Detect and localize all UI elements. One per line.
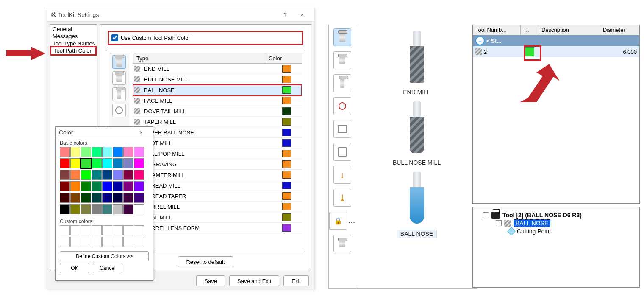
basic-color-swatch[interactable] — [81, 170, 91, 180]
row-color-swatch[interactable] — [282, 213, 291, 221]
custom-color-slot[interactable] — [134, 237, 144, 247]
preview-ball-nose-label[interactable]: BALL NOSE — [397, 230, 437, 238]
tool-type-row[interactable]: THREAD TAPER — [133, 191, 302, 202]
custom-color-slot[interactable] — [81, 237, 91, 247]
row-color-swatch[interactable] — [282, 139, 291, 147]
row-color-swatch[interactable] — [282, 97, 291, 104]
row-color-swatch[interactable] — [282, 76, 291, 83]
more-icon[interactable]: ... — [349, 218, 356, 224]
basic-color-swatch[interactable] — [70, 158, 80, 168]
basic-color-swatch[interactable] — [70, 193, 80, 203]
cancel-button[interactable]: Cancel — [93, 263, 122, 273]
reset-button[interactable]: Reset to default — [178, 256, 233, 267]
custom-color-slot[interactable] — [113, 237, 123, 247]
expander-icon[interactable]: − — [496, 220, 502, 226]
tool-type-row[interactable]: END MILL — [133, 64, 302, 74]
grid-row-tool-2[interactable]: 2 6.000 — [473, 46, 639, 57]
use-custom-color-row[interactable]: Use Custom Tool Path Color — [108, 31, 303, 45]
row-color-swatch[interactable] — [282, 160, 291, 168]
basic-color-swatch[interactable] — [113, 147, 123, 157]
tool-type-row[interactable]: BARREL LENS FORM — [133, 223, 302, 233]
col-description[interactable]: Description — [539, 25, 600, 35]
basic-color-swatch[interactable] — [134, 158, 144, 168]
basic-color-swatch[interactable] — [123, 170, 133, 180]
basic-color-swatch[interactable] — [60, 204, 70, 214]
basic-color-swatch[interactable] — [92, 170, 102, 180]
tool-type-row[interactable]: THREAD MILL — [133, 180, 302, 191]
header-type[interactable]: Type — [133, 53, 265, 63]
filter-vault-icon[interactable]: 🔒 — [329, 212, 347, 230]
custom-color-slot[interactable] — [123, 237, 133, 247]
custom-color-slot[interactable] — [102, 237, 112, 247]
basic-color-swatch[interactable] — [60, 193, 70, 203]
category-drilling-icon[interactable] — [112, 71, 126, 85]
row-color-swatch[interactable] — [282, 118, 291, 126]
filter-assembly-icon[interactable] — [333, 143, 351, 161]
col-tool-number[interactable]: Tool Numb... — [473, 25, 521, 35]
basic-color-swatch[interactable] — [81, 181, 91, 191]
basic-color-swatch[interactable] — [92, 193, 102, 203]
custom-color-slot[interactable] — [102, 225, 112, 235]
tool-type-row[interactable]: ENGRAVING — [133, 159, 302, 170]
expander-icon[interactable]: − — [483, 212, 489, 218]
col-t[interactable]: T.. — [521, 25, 539, 35]
row-color-swatch[interactable] — [282, 65, 291, 73]
nav-general[interactable]: General — [50, 25, 97, 33]
custom-color-slot[interactable] — [60, 237, 70, 247]
basic-color-swatch[interactable] — [60, 147, 70, 157]
basic-color-swatch[interactable] — [60, 158, 70, 168]
filter-bore-icon[interactable] — [333, 74, 351, 92]
basic-color-swatch[interactable] — [123, 181, 133, 191]
basic-color-swatch[interactable] — [113, 181, 123, 191]
tree-ball-nose[interactable]: − BALL NOSE — [496, 219, 637, 227]
nav-messages[interactable]: Messages — [50, 33, 97, 40]
category-turning-icon[interactable] — [112, 87, 126, 101]
help-button[interactable]: ? — [277, 11, 294, 18]
custom-color-slot[interactable] — [81, 225, 91, 235]
color-titlebar[interactable]: Color × — [56, 127, 153, 138]
tool-color-swatch[interactable] — [524, 47, 534, 56]
row-color-swatch[interactable] — [282, 203, 291, 210]
exit-button[interactable]: Exit — [283, 275, 309, 286]
row-color-swatch[interactable] — [282, 192, 291, 200]
basic-color-swatch[interactable] — [134, 181, 144, 191]
row-color-swatch[interactable] — [282, 182, 291, 189]
basic-color-swatch[interactable] — [81, 147, 91, 157]
basic-color-swatch[interactable] — [134, 193, 144, 203]
basic-color-swatch[interactable] — [92, 147, 102, 157]
tree-cutting-point[interactable]: Cutting Point — [508, 228, 637, 235]
row-color-swatch[interactable] — [282, 224, 291, 232]
basic-color-swatch[interactable] — [134, 147, 144, 157]
basic-color-swatch[interactable] — [60, 170, 70, 180]
basic-color-swatch[interactable] — [102, 158, 112, 168]
tool-type-row[interactable]: CHAMFER MILL — [133, 170, 302, 180]
grid-row-station[interactable]: −< St... — [473, 35, 639, 46]
basic-color-swatch[interactable] — [81, 158, 91, 168]
basic-color-swatch[interactable] — [113, 158, 123, 168]
basic-color-swatch[interactable] — [102, 147, 112, 157]
basic-color-swatch[interactable] — [123, 193, 133, 203]
row-color-swatch[interactable] — [282, 150, 291, 157]
category-milling-icon[interactable] — [112, 55, 126, 69]
row-color-swatch[interactable] — [282, 107, 291, 115]
save-button[interactable]: Save — [196, 275, 225, 286]
basic-color-swatch[interactable] — [70, 181, 80, 191]
basic-color-swatch[interactable] — [70, 170, 80, 180]
tool-type-row[interactable]: OVAL MILL — [133, 212, 302, 223]
nav-tool-type-names[interactable]: Tool Type Names — [50, 40, 97, 47]
basic-color-swatch[interactable] — [70, 147, 80, 157]
basic-color-swatch[interactable] — [70, 204, 80, 214]
row-color-swatch[interactable] — [282, 86, 291, 94]
custom-color-slot[interactable] — [134, 225, 144, 235]
basic-color-swatch[interactable] — [123, 147, 133, 157]
basic-color-swatch[interactable] — [134, 204, 144, 214]
basic-color-swatch[interactable] — [123, 204, 133, 214]
filter-probe-icon[interactable] — [333, 97, 351, 115]
basic-color-swatch[interactable] — [92, 181, 102, 191]
custom-color-slot[interactable] — [123, 225, 133, 235]
basic-color-swatch[interactable] — [81, 193, 91, 203]
tool-type-row[interactable]: BARREL MILL — [133, 202, 302, 212]
filter-misc-icon[interactable] — [333, 235, 351, 252]
basic-color-swatch[interactable] — [134, 170, 144, 180]
filter-import-icon[interactable]: ↓ — [333, 166, 351, 184]
